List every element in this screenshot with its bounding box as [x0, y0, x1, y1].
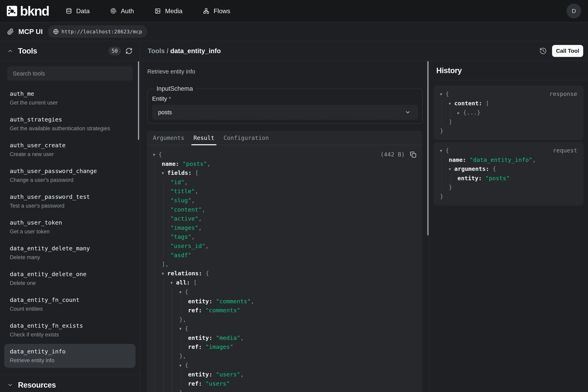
tool-item-data_entity_info[interactable]: data_entity_infoRetrieve entity info — [4, 344, 136, 368]
main-scrollbar[interactable] — [427, 61, 428, 235]
brand-wordmark[interactable]: bknd — [20, 4, 49, 18]
collapse-toggle-icon[interactable]: ▼ — [153, 150, 159, 160]
history-card-tag: response — [549, 90, 577, 99]
call-tool-button[interactable]: Call Tool — [552, 45, 583, 57]
json-line: name: "posts", — [162, 160, 416, 169]
history-toggle-button[interactable] — [539, 47, 547, 55]
collapse-toggle-icon[interactable]: ▼ — [440, 90, 445, 99]
tool-description: Get a user token — [10, 228, 130, 236]
tool-detail-panel: Retrieve entity info InputSchema Entity*… — [140, 61, 429, 392]
tool-item-data_entity_delete_many[interactable]: data_entity_delete_manyDelete many — [4, 241, 136, 265]
main-panel: Tools / data_entity_info Call Tool Retri… — [140, 41, 588, 392]
nav-item-flows[interactable]: Flows — [203, 8, 230, 15]
resources-section-header[interactable]: Resources — [0, 375, 140, 392]
collapse-toggle-icon[interactable]: ▼ — [449, 165, 454, 174]
tab-result[interactable]: Result — [194, 131, 214, 145]
history-card-tag: request — [553, 146, 577, 155]
user-avatar[interactable]: D — [567, 4, 581, 18]
json-line: entity: "media", — [188, 334, 416, 343]
collapse-toggle-icon[interactable]: ▼ — [162, 269, 167, 278]
tool-item-auth_user_create[interactable]: auth_user_createCreate a new user — [4, 138, 136, 162]
collapse-toggle-icon[interactable]: ▼ — [449, 99, 454, 108]
sidebar-scrollbar[interactable] — [138, 61, 139, 140]
json-line: ] — [449, 118, 577, 127]
chevron-down-icon — [405, 109, 411, 115]
json-line: ▼{ — [179, 288, 416, 297]
json-line: ref: "comments" — [188, 306, 416, 315]
history-card-response: response▼{▼content: [▶{...}]} — [433, 86, 584, 140]
json-children: entity: "comments",ref: "comments" — [188, 297, 416, 315]
json-line: "images", — [171, 223, 416, 232]
required-mark: * — [169, 95, 171, 102]
copy-icon[interactable] — [410, 152, 416, 158]
nav-item-data[interactable]: Data — [66, 8, 90, 15]
globe-icon — [53, 29, 59, 34]
tool-item-auth_user_password_change[interactable]: auth_user_password_changeChange a user's… — [4, 164, 136, 188]
tool-name: data_entity_fn_exists — [10, 322, 130, 330]
tab-arguments[interactable]: Arguments — [153, 131, 184, 145]
breadcrumb-section[interactable]: Tools — [148, 47, 165, 54]
mcp-url: http://localhost:28623/mcp — [61, 29, 142, 34]
history-icon — [539, 47, 547, 55]
json-children: entity: "users",ref: "users" — [188, 370, 416, 388]
search-tools-input[interactable] — [13, 70, 127, 77]
entity-field-label: Entity* — [152, 95, 418, 102]
json-children: ▶{...} — [457, 108, 577, 118]
tool-name: data_entity_fn_count — [10, 296, 130, 304]
collapse-toggle-icon[interactable]: ▼ — [171, 278, 176, 288]
collapse-toggle-icon[interactable]: ▼ — [179, 324, 185, 334]
resources-section-title: Resources — [18, 381, 56, 390]
json-children: ▼all: [▼{entity: "comments",ref: "commen… — [171, 278, 416, 392]
tab-configuration[interactable]: Configuration — [223, 131, 269, 145]
tool-description: Check if entity exists — [10, 331, 130, 339]
input-schema-fieldset: InputSchema Entity* posts — [147, 85, 423, 124]
json-line: } — [440, 192, 577, 201]
nav-item-auth[interactable]: Auth — [110, 8, 134, 15]
tool-item-auth_me[interactable]: auth_meGet the current user — [4, 86, 136, 110]
mcp-url-pill[interactable]: http://localhost:28623/mcp — [48, 25, 147, 38]
tool-item-data_entity_delete_one[interactable]: data_entity_delete_oneDelete one — [4, 266, 136, 290]
json-line: "content", — [171, 205, 416, 214]
workflow-icon — [203, 8, 209, 14]
nav-item-media[interactable]: Media — [155, 8, 183, 15]
refresh-tools-button[interactable] — [125, 47, 133, 54]
json-line: ▼{ — [179, 324, 416, 334]
entity-select[interactable]: posts — [152, 105, 418, 120]
tool-item-auth_user_password_test[interactable]: auth_user_password_testTest a user's pas… — [4, 189, 136, 213]
json-line: ▶{...} — [457, 108, 577, 118]
json-line: ref: "images" — [188, 342, 416, 352]
expand-toggle-icon[interactable]: ▶ — [457, 108, 463, 118]
tool-item-data_entity_fn_count[interactable]: data_entity_fn_countCount entities — [4, 292, 136, 316]
collapse-toggle-icon[interactable]: ▼ — [179, 361, 185, 370]
input-schema-legend: InputSchema — [155, 85, 195, 92]
json-line: }, — [179, 352, 416, 361]
chevron-up-icon[interactable] — [7, 48, 13, 54]
collapse-toggle-icon[interactable]: ▼ — [179, 288, 185, 297]
tool-name: auth_user_create — [10, 141, 130, 150]
tools-section-header: Tools 50 — [0, 41, 140, 61]
result-size-row: (442 B) — [381, 150, 416, 159]
json-line: }, — [179, 315, 416, 324]
json-line: } — [179, 388, 416, 392]
collapse-toggle-icon[interactable]: ▼ — [162, 169, 167, 178]
json-line: ▼{ — [179, 361, 416, 370]
tool-name: auth_user_token — [10, 218, 130, 227]
collapse-toggle-icon[interactable]: ▼ — [440, 146, 445, 156]
tools-count-badge: 50 — [108, 46, 121, 55]
search-tools-box — [7, 66, 133, 81]
nav-item-label: Media — [165, 8, 183, 15]
tool-name: auth_me — [10, 90, 130, 98]
json-line: name: "data_entity_info", — [449, 156, 577, 165]
tool-name: auth_strategies — [10, 115, 130, 124]
tool-item-data_entity_fn_exists[interactable]: data_entity_fn_existsCheck if entity exi… — [4, 318, 136, 342]
tool-item-auth_strategies[interactable]: auth_strategiesGet the available authent… — [4, 112, 136, 136]
result-tabs: ArgumentsResultConfiguration — [147, 131, 422, 145]
image-icon — [155, 8, 161, 14]
mcp-ui-title: MCP UI — [18, 28, 43, 36]
json-line: "asdf" — [171, 251, 416, 260]
bknd-logo-icon[interactable] — [7, 6, 17, 16]
tool-description: Delete one — [10, 279, 130, 287]
tool-description: Get the available authentication strateg… — [10, 124, 130, 132]
json-line: "users_id", — [171, 242, 416, 251]
tool-item-auth_user_token[interactable]: auth_user_tokenGet a user token — [4, 215, 136, 239]
